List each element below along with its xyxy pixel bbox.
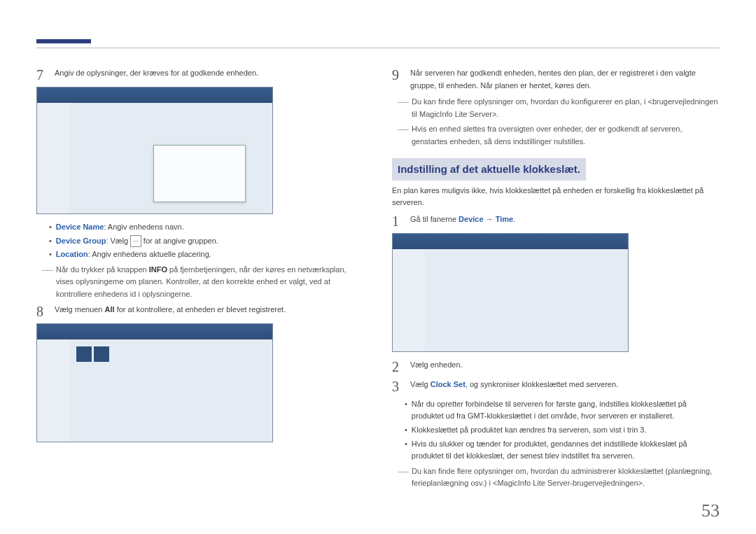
step-2: 2 Vælg enheden.	[392, 359, 720, 374]
section-heading-clock: Indstilling af det aktuelle klokkeslæt.	[392, 158, 586, 181]
bullet-text: Hvis du slukker og tænder for produktet,…	[412, 438, 720, 463]
ellipsis-button-icon: ···	[130, 235, 141, 246]
screenshot-device-time	[392, 233, 629, 352]
note-text: Du kan finde flere oplysninger om, hvord…	[412, 96, 720, 120]
section-intro: En plan køres muligvis ikke, hvis klokke…	[392, 185, 720, 209]
note-info-button: Når du trykker på knappen INFO på fjernb…	[42, 264, 364, 301]
bullet-text: Location: Angiv enhedens aktuelle placer…	[56, 248, 211, 261]
label: Location	[56, 250, 88, 258]
bullet-dot-icon	[49, 235, 52, 248]
step-text: Vælg menuen All for at kontrollere, at e…	[55, 304, 364, 319]
bullet-dot-icon	[405, 438, 407, 463]
label: Device Group	[56, 237, 106, 245]
step-7: 7 Angiv de oplysninger, der kræves for a…	[36, 67, 364, 83]
bullet-location: Location: Angiv enhedens aktuelle placer…	[49, 248, 364, 261]
bullet-text: Device Name: Angiv enhedens navn.	[56, 221, 184, 234]
right-column: 9 Når serveren har godkendt enheden, hen…	[392, 67, 720, 493]
step-text: Gå til fanerne Device → Time.	[410, 213, 720, 229]
dash-icon	[398, 465, 407, 490]
bullet-device-name: Device Name: Angiv enhedens navn.	[49, 221, 364, 234]
note-device-deleted: Hvis en enhed slettes fra oversigten ove…	[398, 123, 720, 148]
bullet-dot-icon	[49, 221, 52, 234]
left-column: 7 Angiv de oplysninger, der kræves for a…	[36, 67, 364, 493]
note-configure-plan: Du kan finde flere oplysninger om, hvord…	[398, 96, 720, 120]
sub-bullet: Klokkeslættet på produktet kan ændres fr…	[405, 424, 720, 437]
header-rule	[36, 48, 720, 48]
step-number: 2	[392, 359, 403, 374]
bullet-device-group: Device Group: Vælg ··· for at angive gru…	[49, 235, 364, 248]
step-text: Vælg Clock Set, og synkroniser klokkeslæ…	[410, 379, 720, 394]
step-9: 9 Når serveren har godkendt enheden, hen…	[392, 67, 720, 92]
bullet-dot-icon	[405, 398, 407, 423]
step-3: 3 Vælg Clock Set, og synkroniser klokkes…	[392, 379, 720, 394]
note-manage-clock: Du kan finde flere oplysninger om, hvord…	[398, 465, 720, 490]
dash-icon	[42, 264, 52, 301]
page-number: 53	[701, 500, 720, 521]
step-number: 3	[392, 379, 403, 394]
bullet-text: Klokkeslættet på produktet kan ændres fr…	[412, 424, 647, 437]
screenshot-approve-device	[36, 87, 273, 214]
note-text: Hvis en enhed slettes fra oversigten ove…	[412, 123, 720, 148]
step-number: 9	[392, 67, 403, 92]
step-text: Vælg enheden.	[410, 359, 720, 374]
step-number: 8	[36, 304, 48, 319]
note-text: Når du trykker på knappen INFO på fjernb…	[56, 264, 364, 301]
step-number: 7	[36, 67, 48, 83]
step-text: Når serveren har godkendt enheden, hente…	[410, 67, 720, 92]
label: Device Name	[56, 223, 104, 231]
step-number: 1	[392, 213, 403, 229]
step-text: Angiv de oplysninger, der kræves for at …	[55, 67, 364, 83]
bullet-text: Device Group: Vælg ··· for at angive gru…	[56, 235, 218, 248]
dash-icon	[398, 96, 407, 120]
bullet-dot-icon	[405, 424, 407, 437]
screenshot-all-menu	[36, 323, 273, 442]
dash-icon	[398, 123, 407, 148]
page-body: 7 Angiv de oplysninger, der kræves for a…	[0, 0, 756, 507]
bullet-text: Når du opretter forbindelse til serveren…	[412, 398, 720, 423]
step-8: 8 Vælg menuen All for at kontrollere, at…	[36, 304, 364, 319]
sub-bullet: Hvis du slukker og tænder for produktet,…	[405, 438, 720, 463]
sub-bullet: Når du opretter forbindelse til serveren…	[405, 398, 720, 423]
header-accent	[36, 39, 91, 43]
note-text: Du kan finde flere oplysninger om, hvord…	[412, 465, 720, 490]
bullet-dot-icon	[49, 248, 52, 261]
step-1: 1 Gå til fanerne Device → Time.	[392, 213, 720, 229]
